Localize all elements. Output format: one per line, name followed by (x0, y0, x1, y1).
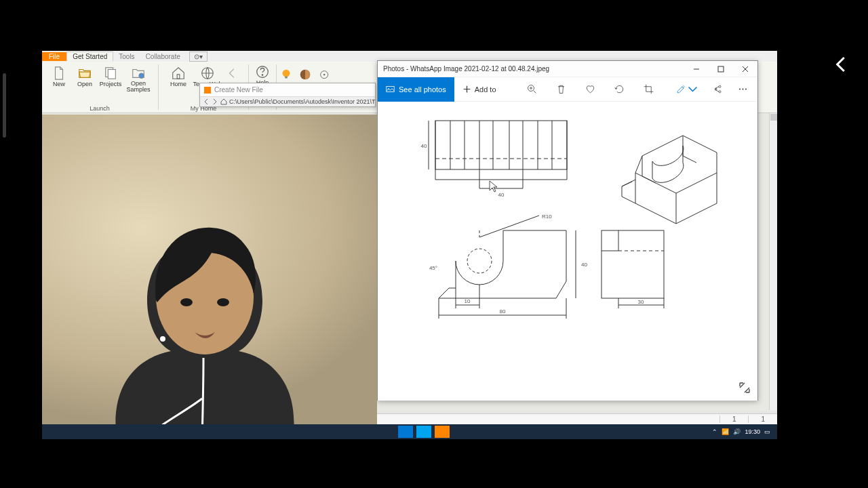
inventor-scrollbar[interactable] (769, 113, 777, 410)
svg-point-11 (323, 74, 325, 75)
svg-point-17 (743, 89, 744, 90)
nav-back-icon[interactable] (203, 98, 210, 105)
taskbar-app-2[interactable] (416, 426, 431, 438)
svg-rect-1 (108, 70, 115, 79)
svg-rect-19 (435, 121, 567, 169)
see-all-photos-button[interactable]: See all photos (378, 77, 454, 102)
zoom-icon[interactable] (527, 84, 537, 94)
svg-point-18 (745, 89, 747, 90)
see-all-label: See all photos (399, 85, 446, 94)
rotate-icon[interactable] (614, 84, 625, 94)
expand-icon[interactable] (738, 382, 751, 394)
more-icon[interactable] (738, 84, 748, 94)
svg-text:45°: 45° (429, 265, 437, 271)
inventor-logo-icon (204, 87, 211, 94)
tab-get-started[interactable]: Get Started (66, 52, 113, 61)
home-button[interactable]: Home (165, 63, 191, 87)
projects-button[interactable]: Projects (98, 63, 123, 93)
photos-toolbar: See all photos Add to (378, 77, 757, 102)
tray-notification-icon[interactable]: ▭ (764, 428, 770, 435)
taskbar-app-1[interactable] (398, 426, 413, 438)
add-to-button[interactable]: Add to (454, 85, 505, 94)
new-button[interactable]: New (46, 63, 72, 93)
plus-icon (462, 85, 471, 94)
open-samples-button[interactable]: Open Samples (123, 63, 153, 93)
svg-text:80: 80 (500, 308, 506, 314)
tray-volume-icon[interactable]: 🔊 (733, 428, 741, 435)
svg-text:40: 40 (498, 192, 505, 198)
webcam-feed (42, 115, 377, 439)
open-samples-label: Open Samples (126, 81, 150, 93)
tray-chevron-icon[interactable]: ⌃ (712, 428, 717, 435)
popup-path: C:\Users\Public\Documents\Autodesk\Inven… (229, 98, 375, 105)
photos-window: Photos - WhatsApp Image 2021-02-12 at 00… (377, 60, 758, 401)
tab-collaborate[interactable]: Collaborate (140, 52, 186, 61)
heart-icon[interactable] (585, 84, 595, 94)
desktop-area: File Get Started Tools Collaborate ⊙▾ Ne… (42, 51, 777, 439)
projects-label: Projects (100, 81, 122, 87)
svg-point-7 (283, 70, 290, 77)
minimize-button[interactable] (684, 61, 709, 77)
technical-drawing: 40 40 R10 45° 10 (378, 102, 757, 400)
status-value-a: 1 (719, 415, 749, 423)
home-label: Home (170, 81, 186, 87)
tab-file[interactable]: File (42, 52, 66, 61)
gallery-icon (386, 85, 395, 94)
create-new-file-popup: Create New File C:\Users\Public\Document… (199, 83, 376, 107)
svg-point-63 (217, 298, 229, 306)
svg-rect-8 (285, 77, 288, 79)
crop-icon[interactable] (644, 84, 654, 94)
device-side-indicator (3, 73, 6, 138)
svg-text:10: 10 (465, 298, 471, 304)
new-label: New (53, 81, 65, 87)
tab-dropdown[interactable]: ⊙▾ (189, 52, 208, 62)
svg-point-16 (739, 89, 741, 90)
photo-canvas: 40 40 R10 45° 10 (378, 102, 757, 401)
maximize-button[interactable] (709, 61, 733, 77)
close-button[interactable] (733, 61, 757, 77)
open-label: Open (77, 81, 92, 87)
popup-title: Create New File (214, 86, 263, 94)
svg-point-39 (467, 249, 492, 273)
svg-text:R10: R10 (542, 214, 552, 220)
photos-titlebar: Photos - WhatsApp Image 2021-02-12 at 00… (378, 61, 757, 77)
windows-taskbar: ⌃ 📶 🔊 19:30 ▭ (42, 424, 777, 439)
group-launch-label: Launch (90, 105, 110, 112)
svg-text:40: 40 (421, 143, 427, 149)
open-button[interactable]: Open (72, 63, 98, 93)
svg-text:40: 40 (581, 262, 587, 268)
back-chevron-icon[interactable] (831, 54, 852, 75)
svg-point-6 (262, 75, 262, 75)
svg-point-2 (139, 73, 144, 78)
tab-tools[interactable]: Tools (113, 52, 140, 61)
svg-text:30: 30 (638, 299, 644, 305)
person-silhouette (76, 182, 334, 439)
delete-icon[interactable] (556, 84, 566, 94)
share-icon[interactable] (713, 84, 723, 94)
chevron-down-icon (688, 84, 698, 94)
nav-home-icon[interactable] (220, 98, 227, 105)
add-to-label: Add to (475, 85, 496, 94)
tray-wifi-icon[interactable]: 📶 (722, 428, 729, 435)
svg-rect-53 (601, 230, 664, 298)
taskbar-time[interactable]: 19:30 (745, 428, 760, 435)
svg-rect-13 (387, 86, 394, 92)
svg-point-62 (180, 298, 193, 306)
svg-rect-3 (177, 75, 180, 79)
svg-point-64 (160, 336, 165, 342)
photos-title-text: Photos - WhatsApp Image 2021-02-12 at 00… (383, 65, 549, 73)
svg-line-40 (479, 216, 539, 237)
svg-rect-12 (718, 66, 724, 72)
taskbar-app-3[interactable] (435, 426, 450, 438)
status-value-b: 1 (748, 415, 777, 423)
edit-button[interactable] (676, 84, 698, 94)
nav-fwd-icon[interactable] (212, 98, 218, 105)
